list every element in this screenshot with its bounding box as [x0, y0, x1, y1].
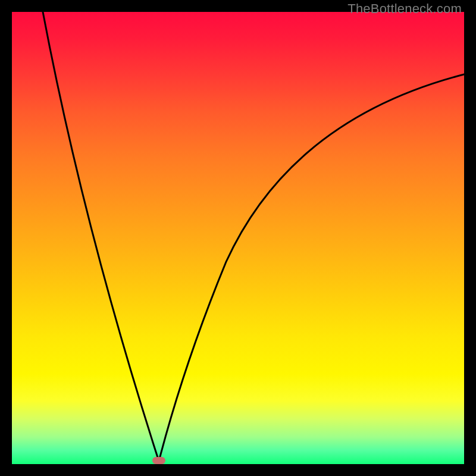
curve-left-branch	[43, 12, 159, 461]
bottleneck-curve	[12, 12, 464, 464]
chart-plot-area	[12, 12, 464, 464]
watermark-text: TheBottleneck.com	[347, 1, 462, 17]
optimal-point-marker	[152, 457, 165, 464]
curve-right-branch	[159, 74, 464, 461]
